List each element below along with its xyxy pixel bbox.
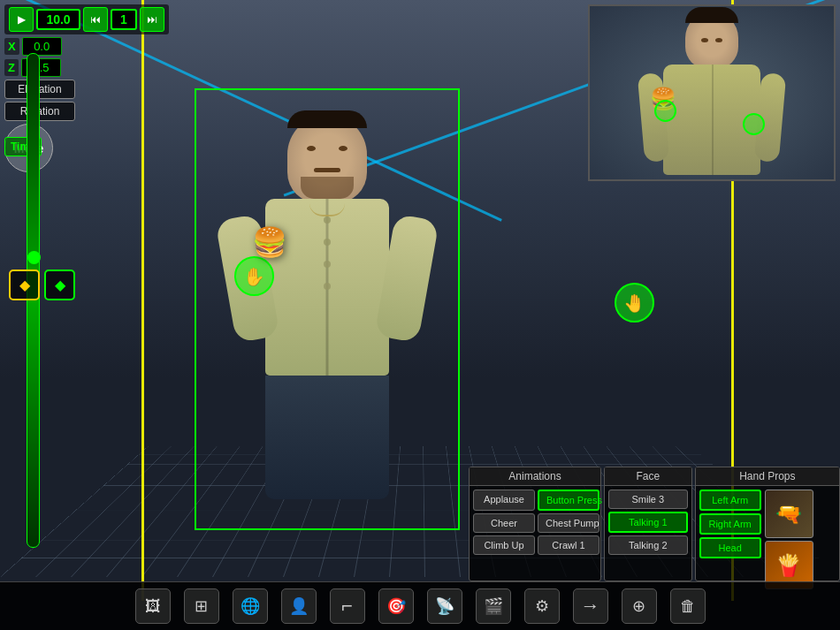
toolbar-arrow-btn[interactable]: → [573, 588, 608, 624]
elevation-button[interactable]: Elevation [4, 80, 75, 99]
hand-props-panel-header: Hand Props [696, 467, 839, 486]
animations-panel: Animations Applause Button Press Cheer C… [469, 467, 601, 581]
hand-left-indicator: ✋ [234, 256, 274, 296]
prop-food: 🍔 [252, 225, 287, 259]
prop-image-1[interactable]: 🔫 [765, 490, 813, 538]
nav-right-button[interactable]: ◆ [44, 269, 75, 300]
anim-climb-up[interactable]: Climb Up [473, 535, 535, 555]
prop-right-arm[interactable]: Right Arm [699, 513, 761, 535]
toolbar-camera-btn[interactable]: 🎬 [476, 588, 511, 624]
skip-back-button[interactable]: ⏮ [83, 7, 108, 32]
hand-right-indicator: 🤚 [615, 283, 654, 323]
hand-props-images: 🔫 🍟 [765, 490, 813, 589]
play-button[interactable]: ▶ [9, 7, 34, 32]
animations-panel-header: Animations [470, 467, 600, 486]
hand-props-panel-content: Left Arm Right Arm Head 🔫 🍟 [696, 486, 839, 593]
time-display[interactable]: 10.0 [36, 9, 80, 30]
hand-props-layout: Left Arm Right Arm Head 🔫 🍟 [699, 490, 836, 589]
frame-display[interactable]: 1 [111, 9, 137, 30]
prop-left-arm[interactable]: Left Arm [699, 490, 761, 511]
anim-button-press[interactable]: Button Press [538, 490, 599, 511]
nav-arrows: ◆ ◆ [9, 269, 75, 300]
face-panel-header: Face [605, 467, 691, 486]
bottom-toolbar: 🖼 ⊞ 🌐 👤 ⌐ 🎯 📡 🎬 ⚙ → ⊕ 🗑 [0, 581, 840, 630]
face-panel: Face Smile 3 Talking 1 Talking 2 [604, 467, 692, 581]
nav-left-button[interactable]: ◆ [9, 269, 40, 300]
anim-applause[interactable]: Applause [473, 490, 535, 511]
z-label: Z [4, 59, 19, 76]
character-head [287, 115, 367, 203]
skip-forward-button[interactable]: ⏭ [140, 7, 164, 32]
face-panel-content: Smile 3 Talking 1 Talking 2 [605, 486, 691, 581]
anim-cheer[interactable]: Cheer [473, 513, 535, 533]
toolbar-character-btn[interactable]: 👤 [281, 588, 317, 624]
character-container [177, 53, 477, 565]
toolbar-grid-btn[interactable]: ⊞ [184, 588, 219, 624]
toolbar-image-btn[interactable]: 🖼 [135, 588, 171, 624]
toolbar-globe-btn[interactable]: 🌐 [233, 588, 268, 624]
preview-character: 🍔 [590, 6, 834, 179]
rotation-button[interactable]: Rotation [4, 102, 75, 121]
face-talking-1[interactable]: Talking 1 [608, 512, 688, 533]
x-label: X [4, 38, 19, 55]
preview-window: 🍔 [588, 4, 836, 181]
anim-crawl-1[interactable]: Crawl 1 [538, 535, 599, 555]
hand-props-panel: Hand Props Left Arm Right Arm Head 🔫 🍟 [695, 467, 840, 581]
toolbar-settings-btn[interactable]: ⚙ [524, 588, 560, 624]
hand-props-buttons: Left Arm Right Arm Head [699, 490, 761, 589]
toolbar-target-btn[interactable]: 🎯 [378, 588, 414, 624]
toolbar-delete-btn[interactable]: 🗑 [670, 588, 706, 624]
vertical-timeline[interactable] [27, 53, 40, 548]
toolbar-crosshair-btn[interactable]: ⊕ [622, 588, 657, 624]
character-bounding-box [195, 88, 460, 530]
character-body [230, 106, 424, 512]
prop-head[interactable]: Head [699, 537, 761, 558]
bottom-panels: Animations Applause Button Press Cheer C… [469, 467, 840, 581]
transport-bar: ▶ 10.0 ⏮ 1 ⏭ [4, 4, 169, 34]
toolbar-path-btn[interactable]: ⌐ [330, 588, 365, 624]
x-value[interactable]: 0.0 [22, 37, 62, 56]
timeline-indicator [27, 251, 41, 264]
animations-grid: Applause Button Press Cheer Chest Pump C… [473, 490, 597, 555]
toolbar-antenna-btn[interactable]: 📡 [427, 588, 462, 624]
face-smile-3[interactable]: Smile 3 [608, 490, 688, 509]
animations-panel-content: Applause Button Press Cheer Chest Pump C… [470, 486, 600, 581]
anim-chest-pump[interactable]: Chest Pump [538, 513, 599, 533]
character-pants [265, 376, 389, 499]
face-talking-2[interactable]: Talking 2 [608, 535, 688, 555]
